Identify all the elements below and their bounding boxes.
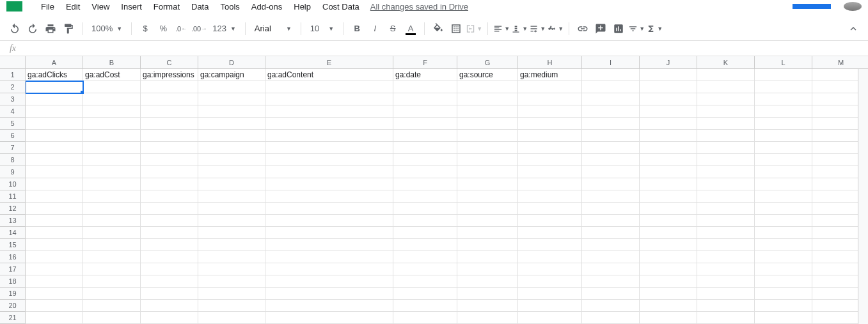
cell-D16[interactable] (198, 251, 265, 263)
percent-button[interactable]: % (155, 20, 171, 37)
cell-F2[interactable] (393, 81, 457, 93)
currency-button[interactable]: $ (137, 20, 154, 37)
cell-L14[interactable] (755, 227, 812, 239)
cell-A4[interactable] (26, 105, 83, 118)
cell-H10[interactable] (518, 178, 582, 190)
cell-I14[interactable] (582, 227, 640, 239)
cell-J1[interactable] (640, 69, 697, 81)
row-header-20[interactable]: 20 (0, 300, 26, 312)
menu-tools[interactable]: Tools (214, 1, 245, 13)
cell-B1[interactable]: ga:adCost (83, 69, 141, 81)
cell-I8[interactable] (582, 154, 640, 166)
cell-F20[interactable] (393, 300, 457, 312)
cell-J18[interactable] (640, 275, 697, 288)
cell-D10[interactable] (198, 178, 265, 190)
column-header-D[interactable]: D (198, 56, 265, 69)
cell-L21[interactable] (755, 312, 812, 324)
cell-K13[interactable] (697, 215, 755, 227)
cell-H20[interactable] (518, 300, 582, 312)
cell-G17[interactable] (457, 263, 518, 275)
cell-C5[interactable] (141, 118, 198, 130)
cell-E1[interactable]: ga:adContent (265, 69, 393, 81)
vertical-align-button[interactable]: ▼ (511, 20, 528, 37)
cell-C11[interactable] (141, 190, 198, 203)
cell-A12[interactable] (26, 203, 83, 215)
cell-H9[interactable] (518, 166, 582, 178)
cell-C16[interactable] (141, 251, 198, 263)
column-header-H[interactable]: H (518, 56, 582, 69)
cell-L4[interactable] (755, 105, 812, 118)
cell-I10[interactable] (582, 178, 640, 190)
cell-A1[interactable]: ga:adClicks (26, 69, 83, 81)
cell-C1[interactable]: ga:impressions (141, 69, 198, 81)
menu-edit[interactable]: Edit (60, 1, 86, 13)
cell-A16[interactable] (26, 251, 83, 263)
cell-E4[interactable] (265, 105, 393, 118)
functions-button[interactable]: ▼ (646, 20, 663, 37)
cell-I7[interactable] (582, 142, 640, 154)
menu-file[interactable]: File (35, 1, 60, 13)
cell-I9[interactable] (582, 166, 640, 178)
zoom-dropdown[interactable]: 100%▼ (88, 24, 126, 33)
cell-C21[interactable] (141, 312, 198, 324)
cell-J5[interactable] (640, 118, 697, 130)
cell-B6[interactable] (83, 130, 141, 142)
paint-format-button[interactable] (60, 20, 77, 37)
cell-B16[interactable] (83, 251, 141, 263)
cell-F15[interactable] (393, 239, 457, 251)
cell-K12[interactable] (697, 203, 755, 215)
cell-J17[interactable] (640, 263, 697, 275)
cell-C10[interactable] (141, 178, 198, 190)
cell-H19[interactable] (518, 288, 582, 300)
cell-C14[interactable] (141, 227, 198, 239)
cell-L3[interactable] (755, 93, 812, 105)
cell-B10[interactable] (83, 178, 141, 190)
cell-F6[interactable] (393, 130, 457, 142)
cell-J21[interactable] (640, 312, 697, 324)
cell-H17[interactable] (518, 263, 582, 275)
row-header-5[interactable]: 5 (0, 118, 26, 130)
cell-I19[interactable] (582, 288, 640, 300)
cell-C6[interactable] (141, 130, 198, 142)
cell-A7[interactable] (26, 142, 83, 154)
cell-B11[interactable] (83, 190, 141, 203)
cell-A17[interactable] (26, 263, 83, 275)
cell-G7[interactable] (457, 142, 518, 154)
column-header-A[interactable]: A (26, 56, 83, 69)
text-color-button[interactable]: A (402, 20, 419, 37)
fill-color-button[interactable] (430, 20, 446, 37)
cell-E14[interactable] (265, 227, 393, 239)
cell-F1[interactable]: ga:date (393, 69, 457, 81)
cell-C13[interactable] (141, 215, 198, 227)
cell-K18[interactable] (697, 275, 755, 288)
cell-A9[interactable] (26, 166, 83, 178)
row-header-10[interactable]: 10 (0, 178, 26, 190)
row-header-14[interactable]: 14 (0, 227, 26, 239)
sheets-logo-icon[interactable] (6, 1, 22, 12)
cell-L20[interactable] (755, 300, 812, 312)
cell-H18[interactable] (518, 275, 582, 288)
cell-H3[interactable] (518, 93, 582, 105)
row-header-1[interactable]: 1 (0, 69, 26, 81)
cell-L12[interactable] (755, 203, 812, 215)
cell-F12[interactable] (393, 203, 457, 215)
cell-A8[interactable] (26, 154, 83, 166)
cell-G13[interactable] (457, 215, 518, 227)
cell-F3[interactable] (393, 93, 457, 105)
row-header-11[interactable]: 11 (0, 190, 26, 203)
undo-button[interactable] (6, 20, 23, 37)
cell-F14[interactable] (393, 227, 457, 239)
row-header-15[interactable]: 15 (0, 239, 26, 251)
cell-H6[interactable] (518, 130, 582, 142)
cell-F19[interactable] (393, 288, 457, 300)
cell-G8[interactable] (457, 154, 518, 166)
cell-G5[interactable] (457, 118, 518, 130)
cell-K16[interactable] (697, 251, 755, 263)
cell-B19[interactable] (83, 288, 141, 300)
cell-D21[interactable] (198, 312, 265, 324)
cell-I21[interactable] (582, 312, 640, 324)
column-header-M[interactable]: M (812, 56, 868, 69)
cell-E13[interactable] (265, 215, 393, 227)
cell-K7[interactable] (697, 142, 755, 154)
cell-L17[interactable] (755, 263, 812, 275)
